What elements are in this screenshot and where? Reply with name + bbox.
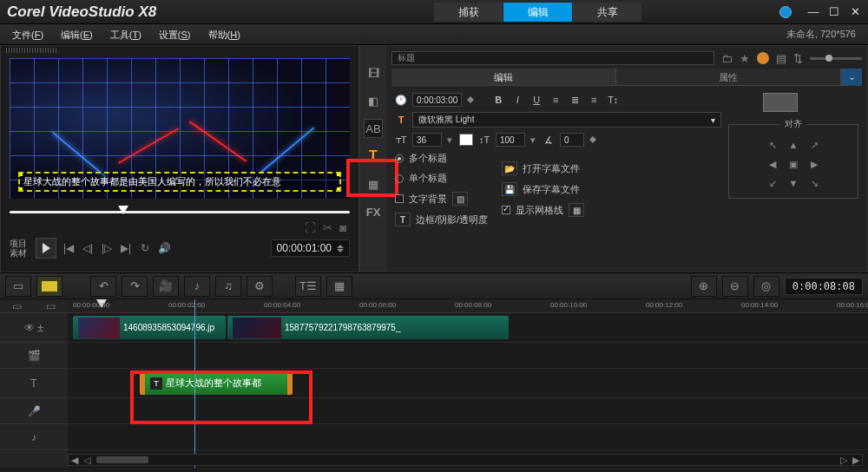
thumb-size-slider[interactable] [810,57,862,60]
border-shadow-button[interactable]: T [395,213,411,226]
timeline-timecode[interactable]: 0:00:08:08 [785,278,863,295]
video-clip-1[interactable]: 14608935853094796.jp [73,316,226,339]
subtab-edit[interactable]: 编辑 [391,69,616,85]
font-size-field[interactable]: 36 [412,133,442,147]
storyboard-view-button[interactable]: ▭ [5,276,31,297]
minimize-button[interactable]: — [807,6,819,18]
rotation-field[interactable]: 0 [560,133,584,147]
title-clip[interactable]: T星球大战的整个故事都 [140,371,293,395]
zoom-in-button[interactable]: ⊕ [691,276,717,297]
text-bg-settings-button[interactable]: ▧ [452,192,468,206]
align-br[interactable]: ↘ [806,175,823,191]
scroll-left-button-2[interactable]: ◁ [81,455,93,466]
cut-icon[interactable]: ✂ [323,221,332,234]
media-tab-icon[interactable]: 🎞 [364,63,383,82]
align-left-button[interactable]: ≡ [549,93,562,107]
step-back-button[interactable]: ◁| [81,241,95,255]
video-track[interactable]: 14608935853094796.jp 1587757922179876387… [68,313,868,343]
scroll-right-button-2[interactable]: ▷ [838,455,850,466]
underline-button[interactable]: U [529,93,543,107]
face-icon[interactable] [757,52,769,64]
scrub-track[interactable] [10,211,350,213]
step-fwd-button[interactable]: |▷ [100,241,114,255]
library-dropdown[interactable]: 标题 [391,51,714,65]
title-track-header[interactable]: T [0,369,68,398]
zoom-out-button[interactable]: ⊖ [722,276,748,297]
volume-button[interactable]: 🔊 [157,241,171,255]
save-subtitle-button[interactable]: 💾 [502,182,517,196]
vertical-text-button[interactable]: T↕ [606,93,620,107]
timeline-view-button[interactable] [36,276,62,297]
menu-file[interactable]: 文件(F) [3,24,52,45]
loop-button[interactable]: ↻ [138,241,152,255]
multi-cam-button[interactable]: ▦ [326,276,352,297]
font-color-swatch[interactable] [459,134,473,146]
subtitle-overlay[interactable]: 星球大战的整个故事都是由美国人编写的，所以我们不必在意 [18,172,341,192]
prev-clip-button[interactable]: |◀ [62,241,76,255]
track-head-b[interactable]: ▭ [34,300,68,312]
align-mr[interactable]: ▶ [806,156,823,172]
italic-button[interactable]: I [510,93,524,107]
motion-button[interactable]: ⚙ [247,276,273,297]
align-tl[interactable]: ↖ [764,137,781,153]
title-track[interactable]: T星球大战的整个故事都 [68,369,868,398]
music-track-header[interactable]: ♪ [0,424,68,450]
preset-swatch[interactable] [763,93,798,112]
align-tc[interactable]: ▲ [785,137,802,153]
grid-settings-button[interactable]: ▦ [569,203,584,217]
title-tab-icon[interactable]: AB [364,119,383,138]
check-show-grid[interactable]: 显示网格线▦ [502,203,584,217]
auto-music-button[interactable]: ♫ [215,276,241,297]
check-text-bg[interactable]: 文字背景▧ [395,192,488,206]
list-view-icon[interactable]: ▤ [776,52,786,65]
radio-multi-title[interactable]: 多个标题 [395,152,488,165]
transition-tab-icon[interactable]: ◧ [364,91,383,110]
video-clip-2[interactable]: 15877579221798763879975_ [227,316,509,339]
menu-tools[interactable]: 工具(T) [102,24,150,45]
timeline-ruler[interactable]: 00:00:00:00 00:00:02:00 00:00:04:00 00:0… [68,299,868,313]
globe-icon[interactable] [779,6,792,18]
menu-help[interactable]: 帮助(H) [200,24,249,45]
duration-field[interactable]: 0:00:03:00 [412,93,462,107]
undo-button[interactable]: ↶ [90,276,116,297]
line-height-field[interactable]: 100 [496,133,525,147]
bold-button[interactable]: B [491,93,505,107]
next-clip-button[interactable]: ▶| [119,241,133,255]
mode-edit[interactable]: 编辑 [503,3,573,22]
fit-button[interactable]: ◎ [753,276,779,297]
preview-timecode[interactable]: 00:00:01:00 [271,239,350,257]
close-button[interactable]: ✕ [849,6,861,18]
play-button[interactable] [36,238,56,259]
music-track[interactable] [68,424,868,450]
record-button[interactable]: 🎥 [153,276,179,297]
playhead[interactable] [194,299,195,468]
align-right-button[interactable]: ≡ [587,93,601,107]
overlay-track-header[interactable]: 🎬 [0,343,68,369]
add-folder-icon[interactable]: 🗀 [721,52,733,65]
preview-canvas[interactable]: 星球大战的整个故事都是由美国人编写的，所以我们不必在意 [10,58,350,199]
align-tr[interactable]: ↗ [806,137,823,153]
scrub-thumb[interactable] [118,206,128,214]
subtitle-editor-button[interactable]: T☰ [295,276,321,297]
favorite-icon[interactable]: ★ [740,52,750,65]
audio-mix-button[interactable]: ♪ [184,276,210,297]
maximize-button[interactable]: ☐ [828,6,840,18]
open-subtitle-button[interactable]: 📂 [502,161,517,175]
font-dropdown[interactable]: 微软雅黑 Light▾ [412,112,721,128]
radio-single-title[interactable]: 单个标题 [395,172,488,185]
voice-track-header[interactable]: 🎤 [0,398,68,424]
snapshot-icon[interactable]: ◙ [339,221,346,234]
voice-track[interactable] [68,398,868,424]
mode-toggle[interactable]: 项目 素材 [10,239,27,258]
mode-capture[interactable]: 捕获 [434,3,503,22]
scroll-left-button[interactable]: ◀ [69,455,81,466]
timeline-scrollbar[interactable]: ◀ ◁ ▷ ▶ [68,454,863,466]
overlay-track[interactable] [68,343,868,369]
align-center-button[interactable]: ≣ [568,93,582,107]
expand-icon[interactable]: ⛶ [305,221,316,234]
scrollbar-thumb[interactable] [96,456,148,463]
sort-icon[interactable]: ⇅ [793,52,803,65]
mode-share[interactable]: 共享 [573,3,642,22]
subtab-attr[interactable]: 属性 [616,69,841,85]
redo-button[interactable]: ↷ [122,276,148,297]
